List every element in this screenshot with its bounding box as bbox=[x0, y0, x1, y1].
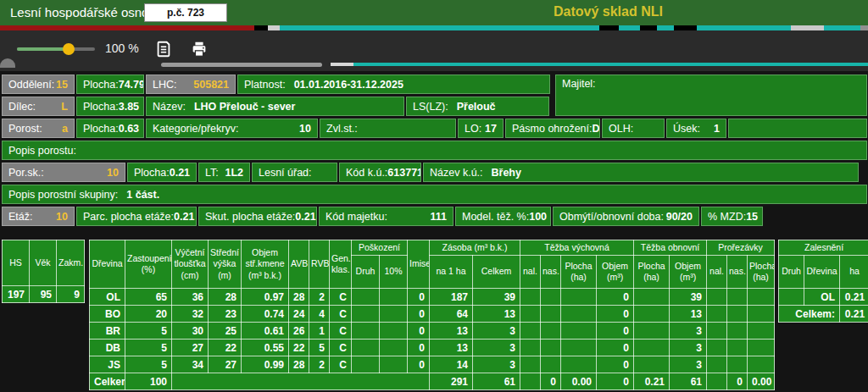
field-porsk: Por.sk.: 10 bbox=[2, 163, 125, 182]
data-cell bbox=[561, 340, 597, 356]
field-label: Kód k.ú.: bbox=[346, 167, 387, 179]
header-cell: nas. bbox=[541, 256, 561, 289]
data-cell: 0.21 bbox=[840, 289, 868, 306]
data-cell bbox=[634, 323, 670, 340]
zoom-slider[interactable] bbox=[17, 47, 95, 51]
header-cell: Zalesnění bbox=[779, 240, 868, 256]
field-label: Skut. plocha etáže: bbox=[205, 211, 295, 223]
field-label: Por.sk.: bbox=[8, 167, 44, 179]
app-window: Lesní hospodářské osnovy p.č. 723 Datový… bbox=[0, 0, 868, 392]
data-cell bbox=[707, 356, 727, 373]
data-cell bbox=[727, 323, 748, 340]
data-cell bbox=[748, 340, 775, 356]
header-cell: nas. bbox=[727, 256, 748, 289]
field-lslz: LS(LZ): Přelouč bbox=[406, 97, 549, 116]
field-label: Majitel: bbox=[562, 78, 596, 90]
data-cell: 64 bbox=[430, 306, 473, 323]
field-kod-majetku: Kód majetku: 111 bbox=[319, 207, 453, 226]
data-cell: 30 bbox=[172, 323, 209, 340]
field-lhc: LHC: 505821 bbox=[146, 75, 236, 94]
header-cell: RVB bbox=[309, 240, 330, 289]
header-cell: HS bbox=[3, 240, 30, 286]
data-cell bbox=[520, 356, 541, 373]
data-cell bbox=[380, 340, 408, 356]
field-usek: Úsek: 1 bbox=[666, 119, 726, 138]
data-cell bbox=[520, 323, 541, 340]
field-pasmo: Pásmo ohrožení: D bbox=[505, 119, 600, 138]
data-cell: 3 bbox=[670, 323, 707, 340]
plot-number-input[interactable]: p.č. 723 bbox=[144, 3, 227, 22]
data-cell bbox=[748, 306, 775, 323]
data-cell: C bbox=[330, 356, 352, 373]
data-cell: 32 bbox=[172, 306, 209, 323]
data-cell: 13 bbox=[670, 306, 707, 323]
header-cell: Prořezávky bbox=[707, 240, 775, 256]
field-dilec: Dílec: L bbox=[2, 97, 75, 116]
field-label: Plocha: bbox=[134, 167, 170, 179]
data-cell bbox=[727, 289, 748, 306]
header-cell: Výčetní tloušťka (cm) bbox=[172, 240, 209, 289]
field-mzd: % MZD: 15 bbox=[701, 207, 763, 226]
data-cell: Celkem: bbox=[779, 306, 840, 323]
horizontal-scrollbar-thumb[interactable] bbox=[161, 63, 322, 67]
field-label: LT: bbox=[205, 167, 219, 179]
data-cell bbox=[520, 340, 541, 356]
field-label: Název: bbox=[153, 101, 186, 113]
data-cell: DB bbox=[90, 340, 125, 356]
header-cell: Dřevina bbox=[90, 240, 125, 289]
field-value: 10 bbox=[56, 211, 68, 223]
field-label: % MZD: bbox=[708, 211, 746, 223]
header-cell: Objem stř.kmene (m³ b.k.) bbox=[242, 240, 289, 289]
header-cell: Těžba obnovní bbox=[634, 240, 707, 256]
field-plocha-porost: Plocha: 0.63 bbox=[76, 119, 144, 138]
table-row: DB527220.55225C013303 bbox=[90, 340, 775, 356]
table-row: JS534270.99282C014303 bbox=[90, 356, 775, 373]
field-value: 1L2 bbox=[225, 167, 243, 179]
header-cell: Střední výška (m) bbox=[209, 240, 242, 289]
header-cell: Zakm. bbox=[57, 240, 85, 286]
data-cell: 291 bbox=[430, 373, 473, 390]
header-cell: Objem (m³) bbox=[670, 256, 707, 289]
data-cell: 0 bbox=[597, 323, 634, 340]
data-cell: 0 bbox=[408, 289, 430, 306]
stand-form: Majitel: Oddělení: 15 Plocha: 74.79 LHC:… bbox=[2, 75, 867, 229]
field-oddeleni: Oddělení: 15 bbox=[2, 75, 75, 94]
field-olh: OLH: bbox=[602, 119, 665, 138]
data-cell: 28 bbox=[289, 356, 309, 373]
data-cell bbox=[707, 340, 727, 356]
field-popis-porostu: Popis porostu: bbox=[2, 141, 867, 160]
field-etaz: Etáž: 10 bbox=[2, 207, 75, 226]
data-cell: Celkem: bbox=[90, 373, 125, 390]
data-cell: 0.00 bbox=[561, 373, 597, 390]
data-cell: 27 bbox=[172, 340, 209, 356]
data-cell: 2 bbox=[309, 289, 330, 306]
field-empty bbox=[728, 119, 867, 138]
data-cell: 13 bbox=[430, 323, 473, 340]
data-cell: 4 bbox=[309, 306, 330, 323]
zoom-slider-handle[interactable] bbox=[63, 43, 75, 55]
data-cell bbox=[634, 289, 670, 306]
header-cell: Zastoupení (%) bbox=[125, 240, 172, 289]
data-cell bbox=[520, 306, 541, 323]
field-value: 3.85 bbox=[119, 101, 139, 113]
data-cell bbox=[707, 323, 727, 340]
data-cell: 24 bbox=[289, 306, 309, 323]
data-cell: 28 bbox=[209, 289, 242, 306]
header-row: DruhDřevinaha bbox=[779, 256, 868, 289]
data-cell bbox=[634, 340, 670, 356]
data-cell bbox=[707, 373, 727, 390]
document-button[interactable] bbox=[153, 38, 175, 60]
data-cell: 23 bbox=[209, 306, 242, 323]
data-cell bbox=[541, 289, 561, 306]
data-cell: 0 bbox=[727, 373, 748, 390]
data-cell bbox=[748, 323, 775, 340]
field-value: a bbox=[62, 123, 68, 135]
field-label: Kategorie/překryv: bbox=[153, 123, 238, 135]
field-label: Kód majetku: bbox=[326, 211, 387, 223]
header-cell: Druh bbox=[779, 256, 804, 289]
data-cell: C bbox=[330, 340, 352, 356]
data-cell: 26 bbox=[289, 323, 309, 340]
field-lt: LT: 1L2 bbox=[198, 163, 250, 182]
print-button[interactable] bbox=[188, 38, 210, 60]
data-cell: 61 bbox=[670, 373, 707, 390]
